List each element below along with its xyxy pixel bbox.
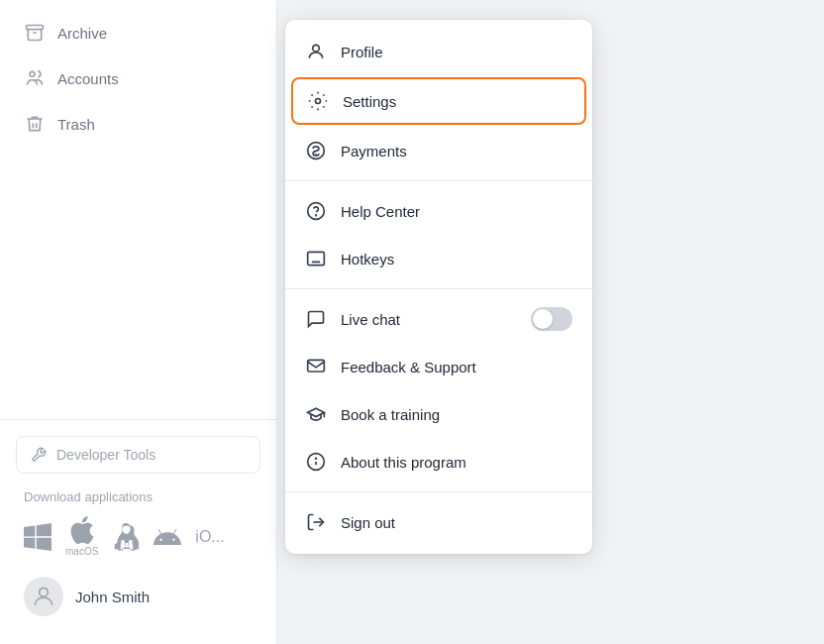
- signout-icon: [305, 511, 327, 533]
- training-label: Book a training: [341, 406, 440, 423]
- trash-icon: [24, 113, 46, 135]
- accounts-icon: [24, 67, 46, 89]
- dev-tools-label: Developer Tools: [56, 447, 155, 463]
- dropdown-payments[interactable]: Payments: [285, 127, 592, 174]
- gear-icon: [307, 90, 329, 112]
- settings-label: Settings: [343, 93, 396, 110]
- sidebar-item-archive[interactable]: Archive: [0, 10, 276, 55]
- about-label: About this program: [341, 454, 466, 471]
- macos-label: macOS: [65, 546, 98, 557]
- download-android[interactable]: [154, 523, 181, 551]
- download-section: Download applications macOS: [16, 489, 260, 557]
- dropdown-about[interactable]: About this program: [285, 438, 592, 485]
- download-windows[interactable]: [24, 523, 52, 551]
- signout-label: Sign out: [341, 514, 395, 531]
- developer-tools-button[interactable]: Developer Tools: [16, 436, 260, 474]
- svg-rect-0: [27, 26, 44, 30]
- live-chat-toggle[interactable]: [531, 307, 572, 331]
- user-section[interactable]: John Smith: [16, 565, 260, 628]
- sidebar-bottom: Developer Tools Download applications ma…: [0, 419, 276, 644]
- dropdown-live-chat[interactable]: Live chat: [285, 295, 592, 343]
- avatar: [24, 577, 63, 616]
- dropdown-feedback[interactable]: Feedback & Support: [285, 343, 592, 390]
- svg-point-1: [30, 71, 35, 76]
- dropdown-training[interactable]: Book a training: [285, 390, 592, 438]
- download-title: Download applications: [24, 489, 253, 504]
- svg-point-4: [316, 99, 321, 104]
- feedback-icon: [305, 356, 327, 377]
- help-center-label: Help Center: [341, 203, 420, 220]
- hotkeys-label: Hotkeys: [341, 251, 394, 268]
- download-macos[interactable]: macOS: [65, 516, 98, 557]
- payments-label: Payments: [341, 143, 407, 160]
- dropdown-help-center[interactable]: Help Center: [285, 187, 592, 235]
- divider-1: [285, 180, 592, 181]
- hotkeys-icon: [305, 248, 327, 269]
- svg-point-7: [316, 215, 317, 216]
- dropdown-signout[interactable]: Sign out: [285, 498, 592, 546]
- profile-label: Profile: [341, 44, 383, 60]
- sidebar-trash-label: Trash: [57, 116, 95, 133]
- download-icons: macOS iO...: [24, 516, 253, 557]
- svg-point-2: [40, 588, 49, 596]
- dollar-icon: [305, 140, 327, 161]
- download-linux[interactable]: [112, 523, 140, 551]
- dropdown-menu: Profile Settings Payments: [285, 20, 592, 554]
- dropdown-hotkeys[interactable]: Hotkeys: [285, 235, 592, 282]
- sidebar-item-accounts[interactable]: Accounts: [0, 55, 276, 101]
- feedback-label: Feedback & Support: [341, 359, 476, 376]
- sidebar-nav: Archive Accounts: [0, 0, 276, 419]
- divider-2: [285, 288, 592, 289]
- dropdown-profile[interactable]: Profile: [285, 28, 592, 75]
- divider-3: [285, 491, 592, 492]
- user-name: John Smith: [75, 589, 150, 605]
- sidebar: Archive Accounts: [0, 0, 277, 644]
- chat-icon: [305, 308, 327, 330]
- sidebar-item-trash[interactable]: Trash: [0, 101, 276, 147]
- person-icon: [305, 41, 327, 62]
- training-icon: [305, 403, 327, 425]
- info-icon: [305, 451, 327, 473]
- svg-point-3: [313, 45, 320, 52]
- sidebar-accounts-label: Accounts: [57, 70, 119, 87]
- sidebar-archive-label: Archive: [57, 25, 107, 42]
- help-icon: [305, 200, 327, 222]
- dropdown-settings[interactable]: Settings: [291, 77, 586, 125]
- live-chat-label: Live chat: [341, 311, 400, 328]
- archive-icon: [24, 22, 46, 44]
- download-ios[interactable]: iO...: [195, 528, 224, 546]
